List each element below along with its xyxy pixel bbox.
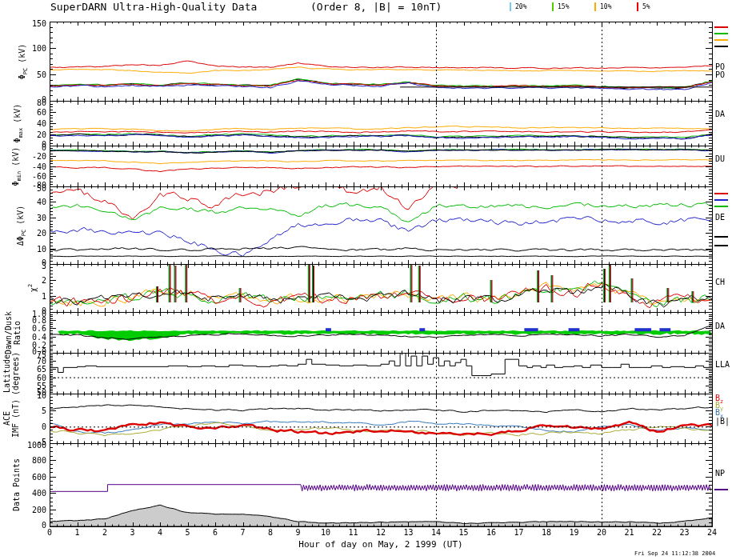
ylabel-dawn-dusk-ratio: Dawn/DuskRatio [4, 310, 22, 354]
xtick-hour-5: 5 [174, 528, 202, 537]
xtick-hour-2: 2 [91, 528, 118, 537]
right-label-B-20: |B| [715, 417, 730, 426]
legend-label: 5% [642, 3, 650, 10]
legend-label: 15% [558, 3, 569, 10]
right-legend-line-8 [714, 193, 728, 194]
xtick-hour-16: 16 [478, 528, 505, 537]
ytick-chi-squared-1: 1 [0, 292, 46, 301]
ytick-phi-pc-150: 150 [0, 19, 46, 28]
legend-swatch-icon [637, 2, 638, 11]
xtick-hour-22: 22 [643, 528, 670, 537]
right-label-DA-6: DA [715, 110, 725, 118]
right-legend-line-10 [714, 206, 728, 207]
ylabel-delta-phi-pc: ΔΦPC (kV) [16, 205, 29, 246]
ylabel-data-points: Data Points [12, 458, 21, 511]
legend-swatch-icon [552, 2, 554, 11]
xtick-hour-18: 18 [533, 528, 560, 537]
right-legend-line-2 [714, 39, 728, 41]
ytick-delta-phi-pc-50: 50 [0, 184, 46, 193]
page-subtitle: (Order 8, |B| = 10nT) [310, 1, 442, 13]
xtick-hour-14: 14 [422, 528, 450, 537]
x-axis-title: Hour of day on May, 2 1999 (UT) [50, 539, 712, 550]
ytick-data-points-1000: 1000 [0, 441, 46, 450]
legend-label: 20% [515, 3, 526, 10]
right-legend-line-3 [714, 46, 728, 47]
right-label-DE-11: DE [715, 213, 725, 222]
legend-swatch-icon [594, 2, 596, 11]
right-legend-line-1 [714, 33, 728, 34]
xtick-hour-11: 11 [340, 528, 367, 537]
right-label-DA-15: DA [715, 322, 725, 330]
xtick-hour-6: 6 [202, 528, 229, 537]
xtick-hour-1: 1 [64, 528, 91, 537]
legend-item-20%: 20% [510, 2, 526, 11]
xtick-hour-0: 0 [36, 528, 63, 537]
ylabel-ace-imf: ACEIMF (nT) [2, 399, 20, 438]
legend-item-10%: 10% [594, 2, 611, 11]
ylabel-phi-min: Φmin (kV) [11, 146, 24, 186]
ytick-chi-squared-2: 2 [0, 276, 46, 285]
right-label-NP-21: NP [715, 469, 725, 478]
ytick-data-points-600: 600 [0, 473, 46, 482]
ylabel-phi-pc: ΦPC (kV) [18, 43, 30, 79]
plot-timestamp: Fri Sep 24 11:12:38 2004 [634, 550, 715, 557]
legend-swatch-icon [510, 2, 511, 11]
xtick-hour-3: 3 [119, 528, 146, 537]
legend-label: 10% [600, 3, 611, 10]
xtick-hour-9: 9 [285, 528, 312, 537]
right-label-PO-5: PO [715, 70, 725, 79]
legend-item-5%: 5% [637, 2, 650, 11]
ytick-chi-squared-3: 3 [0, 262, 46, 270]
xtick-hour-17: 17 [506, 528, 533, 537]
ytick-data-points-800: 800 [0, 456, 46, 465]
ytick-data-points-400: 400 [0, 489, 46, 498]
xtick-hour-7: 7 [230, 528, 257, 537]
right-label-CH-14: CH [715, 278, 725, 286]
xtick-hour-21: 21 [616, 528, 643, 537]
right-label-DU-7: DU [715, 154, 725, 163]
xtick-hour-4: 4 [146, 528, 174, 537]
right-legend-line-12 [714, 236, 728, 238]
right-legend-line-22 [714, 489, 728, 490]
plot-canvas [0, 0, 732, 560]
ylabel-chi-squared: χ2 [26, 284, 37, 292]
xtick-hour-12: 12 [367, 528, 394, 537]
right-label-LLA-16: LLA [715, 360, 730, 369]
page-title: SuperDARN Ultra-High-Quality Data [50, 1, 257, 13]
xtick-hour-24: 24 [698, 528, 726, 537]
ylabel-latitude: Latitude(degrees) [2, 351, 20, 394]
xtick-hour-13: 13 [395, 528, 422, 537]
right-legend-line-13 [714, 245, 728, 246]
xtick-hour-19: 19 [561, 528, 588, 537]
superdarn-plot-page: SuperDARN Ultra-High-Quality Data (Order… [0, 0, 732, 560]
right-legend-line-0 [714, 26, 728, 28]
xtick-hour-10: 10 [312, 528, 339, 537]
right-legend-line-9 [714, 199, 728, 201]
xtick-hour-23: 23 [671, 528, 698, 537]
ylabel-phi-max: Φmax (kV) [13, 104, 26, 143]
xtick-hour-8: 8 [257, 528, 284, 537]
legend-item-15%: 15% [552, 2, 569, 11]
ytick-data-points-200: 200 [0, 506, 46, 514]
xtick-hour-20: 20 [588, 528, 615, 537]
xtick-hour-15: 15 [450, 528, 478, 537]
